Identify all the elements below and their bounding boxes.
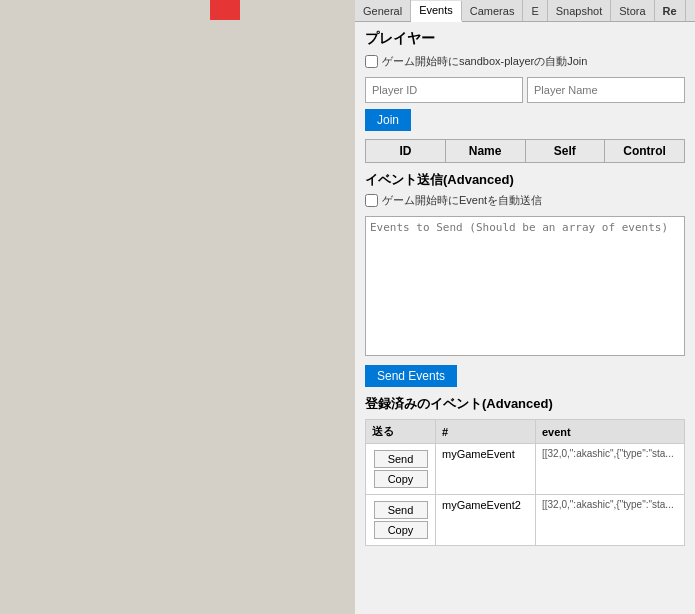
tab-general[interactable]: General [355,0,411,21]
col-header-send: 送る [366,420,436,444]
send-events-button[interactable]: Send Events [365,365,457,387]
content-area: プレイヤー ゲーム開始時にsandbox-playerの自動Join Join … [355,22,695,554]
player-id-input[interactable] [365,77,523,103]
send-cell-0: SendCopy [366,444,436,495]
auto-join-checkbox[interactable] [365,55,378,68]
right-panel: General Events Cameras E Snapshot Stora … [355,0,695,614]
auto-event-label: ゲーム開始時にEventを自動送信 [382,193,542,208]
red-block [210,0,240,20]
table-row: SendCopymyGameEvent[[32,0,":akashic",{"t… [366,444,685,495]
event-name-cell-0: myGameEvent [436,444,536,495]
player-input-row [365,77,685,103]
registered-events-title: 登録済みのイベント(Advanced) [365,395,685,413]
tab-bar: General Events Cameras E Snapshot Stora … [355,0,695,22]
tab-events[interactable]: Events [411,1,462,22]
player-tabs: ID Name Self Control [365,139,685,163]
player-section-title: プレイヤー [365,30,685,48]
event-send-title: イベント送信(Advanced) [365,171,685,189]
player-tab-self[interactable]: Self [526,140,606,162]
left-panel [0,0,355,614]
events-table: 送る # event SendCopymyGameEvent[[32,0,":a… [365,419,685,546]
player-tab-id[interactable]: ID [366,140,446,162]
send-button-1[interactable]: Send [374,501,428,519]
event-name-cell-1: myGameEvent2 [436,495,536,546]
col-header-event: event [536,420,685,444]
player-name-input[interactable] [527,77,685,103]
send-cell-1: SendCopy [366,495,436,546]
auto-event-row: ゲーム開始時にEventを自動送信 [365,193,685,208]
join-button[interactable]: Join [365,109,411,131]
auto-join-row: ゲーム開始時にsandbox-playerの自動Join [365,54,685,69]
auto-join-label: ゲーム開始時にsandbox-playerの自動Join [382,54,587,69]
tab-cameras[interactable]: Cameras [462,0,524,21]
copy-button-0[interactable]: Copy [374,470,428,488]
tab-re[interactable]: Re [655,0,686,21]
event-value-cell-0: [[32,0,":akashic",{"type":"sta... [536,444,685,495]
tab-snapshot[interactable]: Snapshot [548,0,611,21]
player-tab-name[interactable]: Name [446,140,526,162]
player-tab-control[interactable]: Control [605,140,684,162]
tab-e[interactable]: E [523,0,547,21]
events-textarea[interactable] [365,216,685,356]
tab-stora[interactable]: Stora [611,0,654,21]
send-button-0[interactable]: Send [374,450,428,468]
event-value-cell-1: [[32,0,":akashic",{"type":"sta... [536,495,685,546]
auto-event-checkbox[interactable] [365,194,378,207]
copy-button-1[interactable]: Copy [374,521,428,539]
col-header-hash: # [436,420,536,444]
table-row: SendCopymyGameEvent2[[32,0,":akashic",{"… [366,495,685,546]
